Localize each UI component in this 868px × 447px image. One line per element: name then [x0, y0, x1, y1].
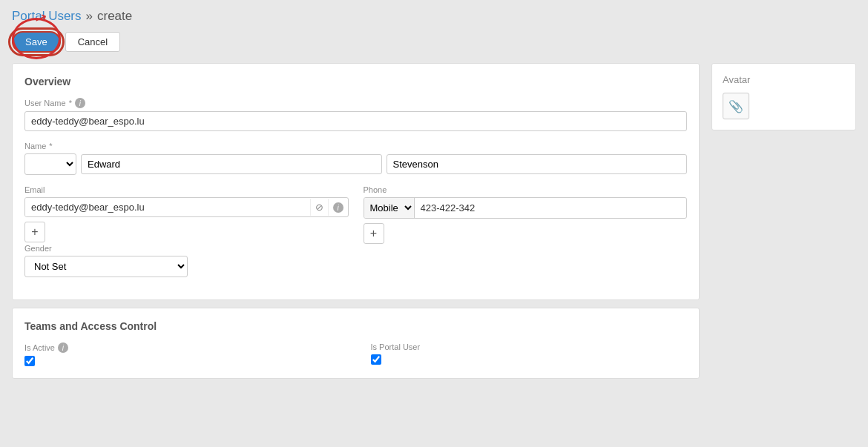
email-input[interactable]	[25, 198, 310, 216]
username-input[interactable]	[24, 111, 687, 131]
is-portal-user-col: Is Portal User	[371, 342, 688, 366]
cancel-button[interactable]: Cancel	[65, 32, 120, 52]
save-button[interactable]: Save	[12, 31, 61, 53]
name-field-group: Name * Mr. Ms. Mrs. Dr.	[24, 142, 687, 175]
salutation-select[interactable]: Mr. Ms. Mrs. Dr.	[24, 153, 76, 175]
email-label: Email	[24, 185, 349, 194]
main-content: Overview User Name * i Name *	[12, 63, 856, 438]
last-name-input[interactable]	[387, 154, 688, 174]
required-star: *	[69, 99, 72, 107]
email-prohibited-btn[interactable]: ⊘	[310, 199, 328, 216]
name-label: Name *	[24, 142, 687, 150]
overview-section: Overview User Name * i Name *	[12, 63, 700, 300]
avatar-upload-button[interactable]: 📎	[723, 93, 749, 119]
is-portal-user-checkbox-field	[371, 354, 688, 365]
page-wrapper: Portal Users » create ↙ Save Cancel Over…	[0, 0, 868, 447]
email-info-btn[interactable]: i	[328, 199, 348, 216]
email-section: Email ⊘ i +	[24, 185, 349, 244]
teams-fields-row: Is Active i Is Portal User	[24, 342, 687, 366]
add-phone-button[interactable]: +	[364, 223, 384, 244]
is-portal-user-label: Is Portal User	[371, 342, 688, 351]
first-name-input[interactable]	[81, 154, 382, 174]
add-email-button[interactable]: +	[24, 222, 45, 242]
phone-label: Phone	[364, 185, 688, 194]
right-panel: Avatar 📎	[711, 63, 856, 438]
username-field-group: User Name * i	[24, 98, 687, 131]
paperclip-icon: 📎	[729, 99, 743, 113]
action-buttons: ↙ Save Cancel	[12, 31, 856, 53]
username-label: User Name * i	[24, 98, 687, 108]
avatar-title: Avatar	[723, 74, 845, 85]
overview-title: Overview	[24, 76, 687, 87]
name-required-star: *	[49, 142, 52, 150]
phone-input-row: Mobile Home Work Other	[364, 197, 688, 219]
is-active-info-icon[interactable]: i	[58, 342, 68, 353]
avatar-card: Avatar 📎	[711, 63, 856, 130]
is-active-col: Is Active i	[24, 342, 341, 366]
email-phone-row: Email ⊘ i + Phone	[24, 185, 687, 244]
breadcrumb: Portal Users » create	[12, 9, 856, 24]
is-active-checkbox[interactable]	[24, 356, 35, 366]
email-info-icon: i	[333, 202, 343, 213]
gender-select[interactable]: Not Set Male Female	[24, 256, 188, 277]
is-active-label: Is Active i	[24, 342, 341, 353]
is-portal-user-checkbox[interactable]	[371, 354, 381, 365]
breadcrumb-current: create	[97, 9, 132, 24]
email-input-row: ⊘ i	[24, 197, 349, 217]
teams-section: Teams and Access Control Is Active i	[12, 308, 700, 379]
phone-section: Phone Mobile Home Work Other +	[364, 185, 688, 244]
gender-field-group: Gender Not Set Male Female	[24, 244, 687, 277]
breadcrumb-separator: »	[86, 9, 93, 24]
teams-title: Teams and Access Control	[24, 320, 687, 332]
breadcrumb-link[interactable]: Portal Users	[12, 9, 82, 24]
name-row: Mr. Ms. Mrs. Dr.	[24, 153, 687, 175]
is-active-checkbox-field	[24, 356, 341, 366]
phone-input[interactable]	[415, 199, 687, 217]
save-button-wrapper: ↙ Save	[12, 31, 61, 53]
username-info-icon[interactable]: i	[75, 98, 85, 108]
gender-label: Gender	[24, 244, 687, 253]
left-panel: Overview User Name * i Name *	[12, 63, 700, 438]
phone-type-select[interactable]: Mobile Home Work Other	[364, 198, 415, 218]
